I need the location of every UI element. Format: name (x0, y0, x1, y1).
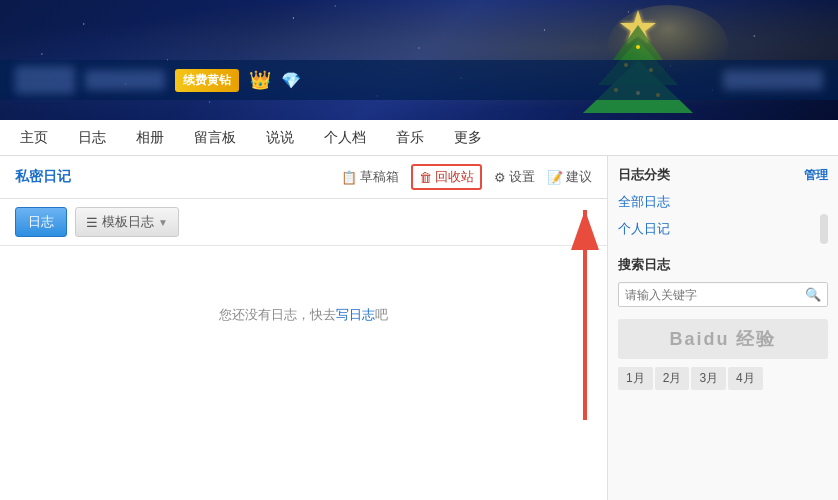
settings-label: 设置 (509, 168, 535, 186)
search-button[interactable]: 🔍 (799, 283, 827, 306)
nav-guestbook[interactable]: 留言板 (189, 121, 241, 155)
diary-title: 私密日记 (15, 168, 71, 186)
settings-link[interactable]: ⚙ 设置 (494, 168, 535, 186)
content-wrapper: 私密日记 📋 草稿箱 🗑 回收站 ⚙ 设置 (0, 156, 838, 500)
month-3[interactable]: 3月 (691, 367, 726, 390)
draft-icon: 📋 (341, 170, 357, 185)
recycle-label: 回收站 (435, 168, 474, 186)
template-button[interactable]: ☰ 模板日志 ▼ (75, 207, 179, 237)
search-header: 搜索日志 (618, 256, 828, 274)
right-sidebar: 日志分类 管理 全部日志 个人日记 搜索日志 🔍 Baidu 经验 (608, 156, 838, 500)
personal-diary-link[interactable]: 个人日记 (618, 217, 670, 241)
all-diary-link[interactable]: 全部日志 (618, 190, 828, 214)
recycle-icon: 🗑 (419, 170, 432, 185)
write-diary-link[interactable]: 写日志 (336, 307, 375, 322)
baidu-logo: Baidu 经验 (618, 319, 828, 359)
diary-actions: 📋 草稿箱 🗑 回收站 ⚙ 设置 📝 建议 (341, 164, 592, 190)
suggest-icon: 📝 (547, 170, 563, 185)
search-section: 搜索日志 🔍 (618, 256, 828, 307)
template-label: 模板日志 (102, 213, 154, 231)
write-button[interactable]: 日志 (15, 207, 67, 237)
user-name (85, 70, 165, 90)
search-icon: 🔍 (805, 287, 821, 302)
nav-more[interactable]: 更多 (449, 121, 487, 155)
empty-state: 您还没有日志，快去写日志吧 (0, 246, 607, 324)
search-label: 搜索日志 (618, 256, 670, 274)
dropdown-arrow-icon: ▼ (158, 217, 168, 228)
month-1[interactable]: 1月 (618, 367, 653, 390)
category-section: 日志分类 管理 全部日志 个人日记 (618, 166, 828, 244)
nav-shuo[interactable]: 说说 (261, 121, 299, 155)
empty-text: 您还没有日志，快去 (219, 307, 336, 322)
suggest-link[interactable]: 📝 建议 (547, 168, 592, 186)
search-box: 🔍 (618, 282, 828, 307)
month-4[interactable]: 4月 (728, 367, 763, 390)
category-header: 日志分类 管理 (618, 166, 828, 184)
search-input[interactable] (619, 284, 799, 306)
huangzuan-button[interactable]: 续费黄钻 (175, 69, 239, 92)
manage-link[interactable]: 管理 (804, 167, 828, 184)
user-bar: 续费黄钻 👑 💎 (0, 60, 838, 100)
nav-home[interactable]: 主页 (15, 121, 53, 155)
crown-icon: 👑 (249, 69, 271, 91)
category-label: 日志分类 (618, 166, 670, 184)
nav-music[interactable]: 音乐 (391, 121, 429, 155)
main-diary-area: 私密日记 📋 草稿箱 🗑 回收站 ⚙ 设置 (0, 156, 608, 500)
gem-icon: 💎 (281, 71, 301, 90)
draft-link[interactable]: 📋 草稿箱 (341, 168, 399, 186)
empty-suffix: 吧 (375, 307, 388, 322)
diary-header: 私密日记 📋 草稿箱 🗑 回收站 ⚙ 设置 (0, 156, 607, 199)
month-grid: 1月 2月 3月 4月 (618, 367, 828, 390)
nav-bar: 主页 日志 相册 留言板 说说 个人档 音乐 更多 (0, 120, 838, 156)
draft-label: 草稿箱 (360, 168, 399, 186)
settings-icon: ⚙ (494, 170, 506, 185)
template-list-icon: ☰ (86, 215, 98, 230)
baidu-watermark-area: Baidu 经验 (618, 319, 828, 359)
recycle-link[interactable]: 🗑 回收站 (411, 164, 482, 190)
header-banner: 续费黄钻 👑 💎 (0, 0, 838, 120)
suggest-label: 建议 (566, 168, 592, 186)
nav-profile[interactable]: 个人档 (319, 121, 371, 155)
diary-toolbar: 日志 ☰ 模板日志 ▼ (0, 199, 607, 246)
nav-album[interactable]: 相册 (131, 121, 169, 155)
nav-diary[interactable]: 日志 (73, 121, 111, 155)
user-avatar (15, 66, 75, 94)
right-user-info (723, 70, 823, 90)
month-2[interactable]: 2月 (655, 367, 690, 390)
scrollbar[interactable] (820, 214, 828, 244)
